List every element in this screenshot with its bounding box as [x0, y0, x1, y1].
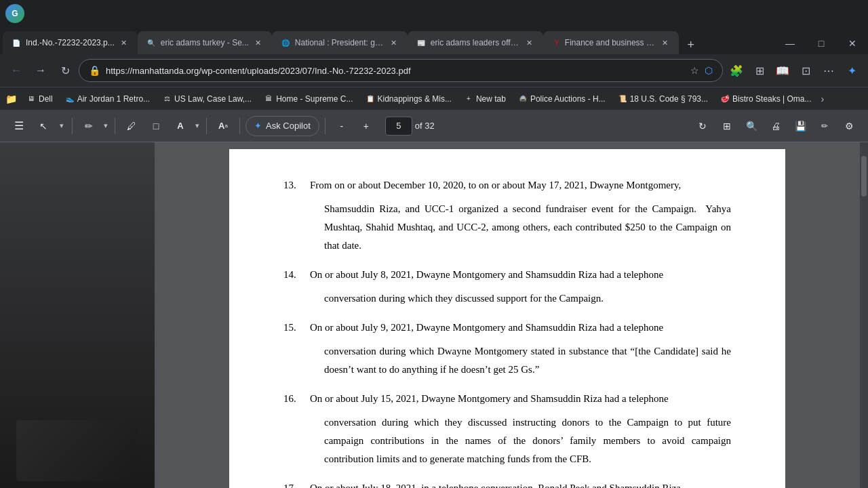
bookmark-label-police: Police Auctions - H...	[530, 94, 606, 104]
maximize-button[interactable]: □	[806, 33, 837, 54]
tab-label-2: eric adams turkey - Se...	[161, 38, 249, 47]
pdf-draw-btn[interactable]: ✏	[78, 115, 100, 137]
pdf-toolbar-right: ↻ ⊞ 🔍 🖨 💾 ✏ ⚙	[692, 115, 860, 137]
zoom-minus-button[interactable]: -	[331, 115, 353, 137]
bookmark-police[interactable]: 🚔 Police Auctions - H...	[513, 90, 611, 108]
pdf-text-dropdown[interactable]: ▾	[194, 121, 201, 130]
pdf-divider-2	[115, 118, 115, 134]
bookmark-bistro[interactable]: 🥩 Bistro Steaks | Oma...	[715, 90, 816, 108]
pdf-text-btn[interactable]: A	[170, 115, 191, 137]
tab-close-1[interactable]: ✕	[119, 37, 130, 48]
para-text-16: On or about July 15, 2021, Dwayne Montgo…	[310, 393, 669, 404]
minimize-button[interactable]: —	[774, 33, 806, 54]
address-bar[interactable]: 🔒 https://manhattanda.org/wp-content/upl…	[79, 59, 723, 82]
pdf-find-btn[interactable]: 🔍	[741, 115, 762, 137]
paragraph-13: 13. From on or about December 10, 2020, …	[283, 176, 731, 255]
pdf-highlight-btn[interactable]: 🖊	[121, 115, 142, 137]
para-text-16-cont: conversation during which they discussed…	[324, 413, 731, 468]
bookmark-favicon-police: 🚔	[518, 94, 528, 104]
tab-favicon-5: Y	[551, 37, 562, 48]
copilot-icon: ✦	[254, 121, 262, 131]
pdf-fit-btn[interactable]: ⊞	[716, 115, 738, 137]
bookmark-label-newtab: New tab	[476, 94, 506, 104]
pdf-rotate-btn[interactable]: ↻	[692, 115, 713, 137]
back-button[interactable]: ←	[5, 60, 27, 81]
pdf-shapes-btn[interactable]: □	[145, 115, 167, 137]
pdf-cursor-btn[interactable]: ↖	[33, 115, 54, 137]
pdf-edit-btn[interactable]: ✏	[814, 115, 835, 137]
new-tab-button[interactable]: +	[682, 35, 701, 54]
para-text-15-cont: conversation during which Dwayne Montgom…	[324, 342, 731, 379]
ask-copilot-button[interactable]: ✦ Ask Copilot	[245, 116, 319, 136]
tab-close-3[interactable]: ✕	[389, 37, 399, 48]
paragraph-14: 14. On or about July 8, 2021, Dwayne Mon…	[283, 266, 731, 308]
window-controls: — □ ✕	[774, 33, 868, 54]
bookmark-dell[interactable]: 🖥 Dell	[21, 90, 58, 108]
pdf-divider-3	[206, 118, 207, 134]
reading-mode-button[interactable]: 📖	[772, 60, 793, 81]
bookmark-label-bistro: Bistro Steaks | Oma...	[732, 94, 811, 104]
lock-icon: 🔒	[89, 65, 100, 76]
tabs-bar: 📄 Ind.-No.-72232-2023.p... ✕ 🔍 eric adam…	[0, 27, 868, 54]
page-thumbnail[interactable]	[16, 420, 138, 481]
bookmark-label-jordan: Air Jordan 1 Retro...	[77, 94, 150, 104]
tab-label-3: National : President: go...	[295, 38, 384, 47]
pdf-draw-dropdown[interactable]: ▾	[102, 121, 109, 130]
tab-label-5: Finance and business n...	[565, 38, 657, 47]
pdf-save-btn[interactable]: 💾	[789, 115, 811, 137]
pdf-page[interactable]: 13. From on or about December 10, 2020, …	[155, 142, 860, 488]
titlebar: G	[0, 0, 868, 27]
bookmark-uslaw[interactable]: ⚖ US Law, Case Law,...	[157, 90, 257, 108]
bookmark-18us[interactable]: 📜 18 U.S. Code § 793...	[612, 90, 713, 108]
tab-2[interactable]: 🔍 eric adams turkey - Se... ✕	[138, 31, 272, 54]
star-icon[interactable]: ☆	[690, 65, 699, 76]
tab-3[interactable]: 🌐 National : President: go... ✕	[272, 31, 408, 54]
bookmark-jordan[interactable]: 👟 Air Jordan 1 Retro...	[60, 90, 155, 108]
para-num-13: 13.	[283, 176, 300, 195]
tab-active[interactable]: 📄 Ind.-No.-72232-2023.p... ✕	[3, 31, 138, 54]
profile-icon[interactable]: G	[5, 4, 24, 23]
refresh-button[interactable]: ↻	[54, 60, 76, 81]
para-num-16: 16.	[283, 390, 300, 408]
bookmark-label-supreme: Home - Supreme C...	[276, 94, 353, 104]
tab-close-4[interactable]: ✕	[524, 37, 535, 48]
page-number-input[interactable]	[385, 117, 412, 136]
pdf-area: 13. From on or about December 10, 2020, …	[0, 142, 868, 488]
bookmark-kidnap[interactable]: 📋 Kidnappings & Mis...	[360, 90, 457, 108]
bookmark-newtab[interactable]: + New tab	[458, 90, 511, 108]
scroll-thumb[interactable]	[861, 156, 867, 197]
forward-button[interactable]: →	[30, 60, 52, 81]
vertical-scrollbar[interactable]	[860, 142, 868, 488]
copilot-label: Ask Copilot	[266, 121, 311, 131]
para-num-17: 17.	[283, 479, 300, 488]
close-button[interactable]: ✕	[837, 33, 868, 54]
bookmark-label-dell: Dell	[39, 94, 53, 104]
tab-4[interactable]: 📰 eric adams leaders offe... ✕	[408, 31, 543, 54]
bookmark-favicon-bistro: 🥩	[720, 94, 730, 104]
screen-capture-button[interactable]: ⊡	[795, 60, 816, 81]
bookmarks-more-button[interactable]: ›	[821, 94, 825, 104]
para-text-14-cont: conversation during which they discussed…	[324, 289, 731, 308]
tab-5[interactable]: Y Finance and business n... ✕	[543, 31, 679, 54]
zoom-plus-button[interactable]: +	[355, 115, 377, 137]
para-text-17: On or about July 18, 2021, in a telephon…	[310, 483, 681, 488]
bookmark-label-18us: 18 U.S. Code § 793...	[630, 94, 708, 104]
bookmark-favicon-kidnap: 📋	[366, 94, 375, 104]
pdf-cursor-dropdown[interactable]: ▾	[57, 121, 66, 130]
tab-close-5[interactable]: ✕	[660, 37, 671, 48]
collection-button[interactable]: ⊞	[749, 60, 770, 81]
bookmarks-bar: 📁 🖥 Dell 👟 Air Jordan 1 Retro... ⚖ US La…	[0, 87, 868, 110]
bookmark-label-uslaw: US Law, Case Law,...	[174, 94, 252, 104]
pdf-font-btn[interactable]: Aa	[212, 115, 234, 137]
pdf-print-btn[interactable]: 🖨	[765, 115, 787, 137]
more-button[interactable]: ⋯	[818, 60, 840, 81]
copilot-sidebar-button[interactable]: ✦	[841, 60, 863, 81]
para-num-14: 14.	[283, 266, 300, 284]
pdf-settings-btn[interactable]: ⚙	[838, 115, 860, 137]
tab-close-2[interactable]: ✕	[253, 37, 264, 48]
bookmark-supreme[interactable]: 🏛 Home - Supreme C...	[258, 90, 358, 108]
page-total: of 32	[415, 121, 435, 131]
pdf-divider-5	[325, 118, 326, 134]
pdf-sidebar-btn[interactable]: ☰	[8, 115, 30, 137]
extensions-button[interactable]: 🧩	[726, 60, 747, 81]
